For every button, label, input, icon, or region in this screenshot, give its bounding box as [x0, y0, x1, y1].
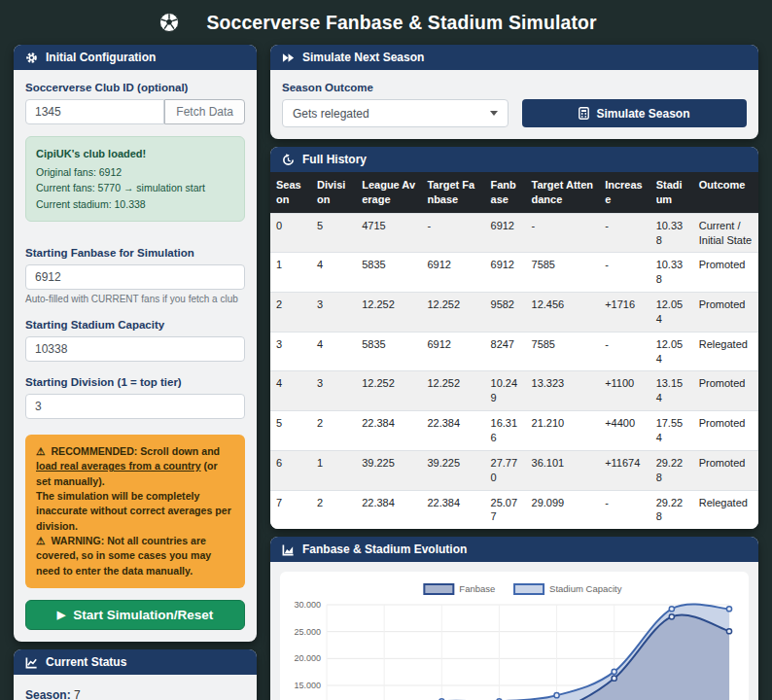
header-row: SeasonDivisionLeague AverageTarget Fanba…	[270, 172, 758, 213]
table-cell: Promoted	[693, 293, 758, 332]
fanbase-help-text: Auto-filled with CURRENT fans if you fet…	[25, 294, 245, 304]
full-history-header: Full History	[270, 147, 758, 172]
table-cell: 2	[270, 293, 311, 332]
status-season-label: Season:	[25, 688, 71, 700]
starting-stadium-input[interactable]	[25, 336, 245, 362]
table-row: 7222.38422.38425.07729.099-29.228Relegat…	[270, 490, 758, 529]
season-outcome-select[interactable]: Gets relegated	[282, 99, 509, 127]
table-cell: 12.054	[650, 332, 693, 371]
table-cell: +4400	[599, 411, 650, 451]
card-title: Current Status	[46, 655, 126, 669]
evolution-chart: 0500010.00015.00020.00025.00030.00001234…	[286, 579, 743, 700]
history-icon	[282, 154, 295, 166]
play-icon: ▶	[57, 609, 65, 621]
start-simulation-label: Start Simulation/Reset	[73, 608, 213, 622]
table-cell: 8247	[485, 332, 526, 371]
table-cell: 0	[270, 213, 311, 253]
history-table-head: SeasonDivisionLeague AverageTarget Fanba…	[270, 172, 758, 213]
table-cell: 12.054	[650, 293, 693, 332]
table-cell: 5835	[356, 253, 421, 293]
table-cell: 2	[311, 490, 356, 529]
table-cell: 29.099	[526, 490, 600, 529]
table-row: 4312.25212.25210.24913.323+110013.154Pro…	[270, 371, 758, 411]
chart-line-icon	[25, 656, 38, 669]
column-header: Stadium	[650, 172, 693, 213]
table-cell: Relegated	[693, 490, 758, 529]
initial-configuration-card: Initial Configuration Soccerverse Club I…	[14, 45, 257, 642]
table-cell: 10.338	[650, 213, 693, 253]
starting-division-label: Starting Division (1 = top tier)	[25, 376, 245, 388]
table-cell: 4715	[356, 213, 421, 253]
table-cell: Promoted	[693, 371, 758, 411]
table-cell: 39.225	[421, 450, 484, 490]
table-cell: 1	[311, 450, 356, 490]
table-cell: 5835	[356, 332, 421, 371]
table-cell: Promoted	[693, 411, 758, 451]
fast-forward-icon	[282, 52, 295, 63]
table-cell: 4	[311, 253, 356, 293]
status-season-row: Season: 7	[25, 688, 245, 700]
table-cell: -	[599, 213, 650, 253]
column-header: Fanbase	[485, 172, 526, 213]
table-cell: 5	[311, 213, 356, 253]
warning-icon: ⚠	[36, 535, 46, 546]
area-chart-icon	[282, 543, 295, 556]
table-cell: 29.228	[650, 490, 693, 529]
warning-icon: ⚠	[36, 445, 46, 457]
table-row: 054715-6912--10.338Current / Initial Sta…	[270, 213, 758, 253]
initial-configuration-header: Initial Configuration	[14, 45, 257, 70]
table-cell: 29.228	[650, 450, 693, 490]
club-loaded-alert: CipiUK's club loaded! Original fans: 691…	[25, 136, 245, 222]
table-cell: 7585	[526, 253, 600, 293]
table-cell: Promoted	[693, 253, 758, 293]
status-season-value: 7	[74, 688, 81, 700]
card-title: Simulate Next Season	[302, 51, 424, 64]
fetch-data-button[interactable]: Fetch Data	[164, 99, 245, 124]
table-cell: -	[421, 213, 484, 253]
table-cell: 6912	[485, 253, 526, 293]
current-status-header: Current Status	[14, 649, 257, 675]
table-cell: 12.252	[421, 371, 484, 411]
column-header: Season	[270, 172, 311, 213]
table-cell: 3	[311, 293, 356, 332]
club-loaded-original-fans: Original fans: 6912	[36, 164, 234, 180]
gear-icon	[25, 52, 38, 64]
club-loaded-current-stadium: Current stadium: 10.338	[36, 196, 234, 212]
season-outcome-selected-value: Gets relegated	[293, 107, 369, 121]
column-header: Increase	[599, 172, 650, 213]
table-cell: 12.252	[421, 293, 484, 332]
table-cell: 10.249	[485, 371, 526, 411]
simulate-next-season-header: Simulate Next Season	[270, 45, 758, 70]
table-cell: +11674	[599, 450, 650, 490]
starting-fanbase-input[interactable]	[25, 264, 245, 290]
starting-fanbase-label: Starting Fanbase for Simulation	[25, 247, 245, 259]
table-cell: -	[599, 253, 650, 293]
evolution-chart-header: Fanbase & Stadium Evolution	[270, 537, 758, 562]
table-cell: 6912	[485, 213, 526, 253]
start-simulation-button[interactable]: ▶ Start Simulation/Reset	[25, 600, 245, 630]
svg-text:30.000: 30.000	[294, 600, 321, 610]
table-cell: 21.210	[526, 411, 600, 451]
chevron-down-icon	[490, 111, 498, 116]
soccer-ball-icon	[158, 12, 180, 33]
table-cell: 4	[270, 371, 311, 411]
load-averages-underlined-text: load real averages from a country	[36, 460, 201, 472]
simulate-next-season-card: Simulate Next Season Season Outcome Gets…	[270, 45, 758, 139]
inaccuracy-note: The simulation will be completely inaccu…	[36, 489, 234, 534]
table-cell: 10.338	[650, 253, 693, 293]
svg-text:15.000: 15.000	[294, 681, 321, 690]
table-cell: 1	[270, 253, 311, 293]
table-cell: 9582	[485, 293, 526, 332]
club-id-input[interactable]	[25, 99, 164, 124]
column-header: Target Fanbase	[421, 172, 484, 213]
table-cell: 5	[270, 411, 311, 451]
table-cell: 25.077	[485, 490, 526, 529]
starting-division-input[interactable]	[25, 394, 245, 419]
warning-label: WARNING:	[51, 535, 104, 546]
table-row: 6139.22539.22527.77036.101+1167429.228Pr…	[270, 450, 758, 490]
history-table-body: 054715-6912--10.338Current / Initial Sta…	[270, 213, 758, 529]
simulate-season-button[interactable]: Simulate Season	[522, 99, 747, 127]
svg-text:Stadium Capacity: Stadium Capacity	[549, 583, 622, 594]
svg-text:Fanbase: Fanbase	[459, 583, 495, 594]
column-header: Target Attendance	[526, 172, 600, 213]
